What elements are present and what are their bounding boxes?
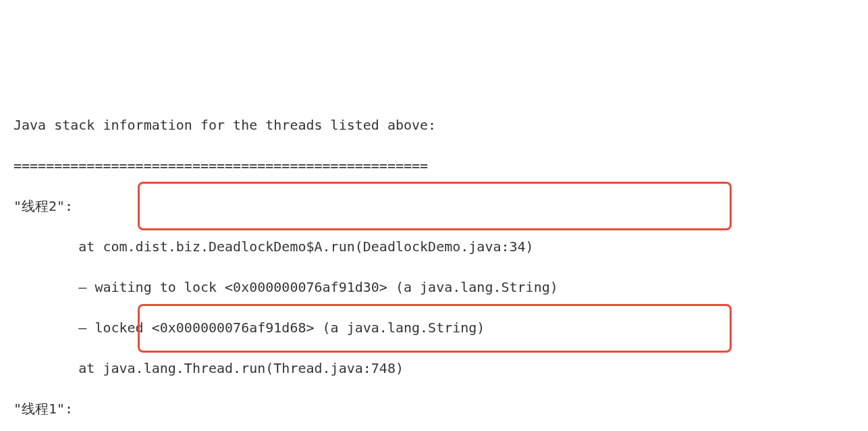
thread-name-0: "线程2": [13, 196, 855, 216]
header-title: Java stack information for the threads l… [13, 115, 855, 135]
stack-line: at java.lang.Thread.run(Thread.java:748) [13, 358, 855, 378]
thread-name-1: "线程1": [13, 399, 855, 419]
stack-line: at com.dist.biz.DeadlockDemo$A.run(Deadl… [13, 236, 855, 257]
header-separator: ========================================… [13, 155, 855, 176]
stack-line-waiting: – waiting to lock <0x000000076af91d30> (… [13, 277, 855, 297]
stack-line-locked: – locked <0x000000076af91d68> (a java.la… [13, 318, 855, 338]
stack-trace-output: Java stack information for the threads l… [13, 95, 855, 431]
